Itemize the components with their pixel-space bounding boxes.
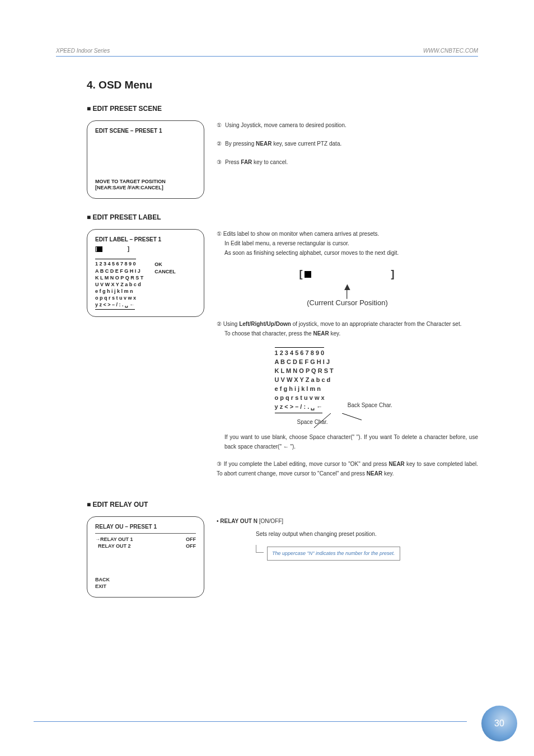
section-scene-title: EDIT PRESET SCENE [87, 105, 478, 113]
label-step1b: In Edit label menu, a reverse rectangula… [217, 239, 478, 248]
label-step2-num: ② [217, 321, 222, 327]
osd-scene-box: EDIT SCENE – PRESET 1 MOVE TO TARGET POS… [87, 120, 204, 199]
relay-desc-body: Sets relay output when changing preset p… [256, 529, 400, 539]
footer-divider [34, 721, 467, 722]
ok-label: OK [154, 261, 176, 268]
scene-step3: Press FAR key to cancel. [225, 157, 478, 167]
osd-relay-box: RELAY OU – PRESET 1 →RELAY OUT 1 OFF REL… [87, 516, 204, 598]
label-blank-note: If you want to use blank, choose Space c… [217, 432, 478, 451]
backspace-char-label: Back Space Char. [348, 400, 392, 410]
header-left: XPEED Indoor Series [56, 48, 110, 54]
label-step1c: As soon as finishing selecting alphabet,… [217, 248, 478, 258]
label-step2d: To choose that character, press the NEAR… [217, 329, 478, 338]
osd-scene-footer2: [NEAR:SAVE /FAR:CANCEL] [95, 185, 196, 192]
space-char-label: Space Char. [297, 417, 328, 427]
cancel-label: CANCEL [154, 268, 176, 275]
page-header: XPEED Indoor Series WWW.CNBTEC.COM [56, 48, 478, 57]
cursor-position-label: (Current Cursor Position) [217, 297, 478, 309]
page-number-badge: 30 [481, 706, 517, 741]
tree-connector-icon [256, 545, 264, 553]
page-title: 4. OSD Menu [87, 79, 478, 91]
svg-line-1 [342, 413, 362, 420]
scene-step1: Using Joystick, move camera to desired p… [225, 120, 478, 130]
scene-step1-num: ① [217, 120, 222, 130]
label-step1a: Edits label to show on monitor when came… [223, 231, 379, 237]
relay-desc-title: • RELAY OUT N [ON/OFF] [217, 516, 400, 526]
arrow-up-icon: ▲│ [217, 284, 478, 296]
section-relay-title: EDIT RELAY OUT [87, 501, 478, 508]
section-label-title: EDIT PRESET LABEL [87, 213, 478, 221]
charset-grid: 1 2 3 4 5 6 7 8 9 0 A B C D E F G H I J … [95, 259, 143, 310]
scene-step3-num: ③ [217, 157, 222, 167]
label-step3: If you complete the Label editing, move … [217, 461, 478, 477]
charset-figure: 1 2 3 4 5 6 7 8 9 0 A B C D E F G H I J … [275, 346, 420, 414]
osd-label-title: EDIT LABEL – PRESET 1 [95, 236, 196, 242]
cursor-field: [ ] [95, 246, 196, 252]
relay-out-1-value: OFF [186, 536, 196, 542]
relay-out-1-label: →RELAY OUT 1 [95, 536, 133, 542]
osd-scene-title: EDIT SCENE – PRESET 1 [95, 128, 196, 134]
header-right: WWW.CNBTEC.COM [423, 48, 478, 54]
osd-label-box: EDIT LABEL – PRESET 1 [ ] 1 2 3 4 5 6 7 … [87, 229, 204, 317]
scene-step2-num: ② [217, 139, 222, 148]
cursor-figure: [ ] ▲│ (Current Cursor Position) [217, 265, 478, 309]
osd-scene-footer1: MOVE TO TARGET POSITION [95, 179, 196, 185]
relay-back: BACK [95, 577, 196, 584]
page-number: 30 [494, 718, 504, 729]
label-step2: Using Left/Right/Up/Down of joystick, mo… [223, 321, 462, 327]
relay-note: The uppercase "N" indicates the number f… [267, 547, 400, 561]
relay-out-2-label: RELAY OUT 2 [95, 543, 131, 549]
relay-out-2-value: OFF [186, 543, 196, 549]
relay-exit: EXIT [95, 584, 196, 590]
label-step1-num: ① [217, 231, 222, 237]
scene-step2: By pressing NEAR key, save current PTZ d… [225, 139, 478, 148]
label-step3-num: ③ [217, 461, 222, 467]
osd-relay-title: RELAY OU – PRESET 1 [95, 524, 196, 530]
